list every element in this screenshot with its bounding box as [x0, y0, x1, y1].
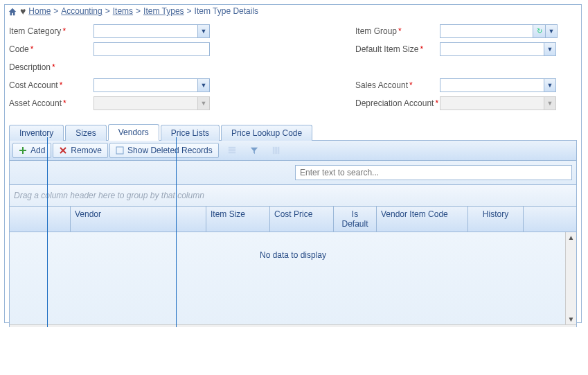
dropdown-icon[interactable]: ▼	[544, 42, 556, 56]
form-area: Item Category* ▼ Item Group* ↻ ▼ Code*	[5, 18, 581, 118]
svg-rect-3	[229, 147, 235, 149]
refresh-icon[interactable]: ↻	[533, 24, 545, 38]
heart-icon[interactable]: ♥	[20, 6, 26, 16]
svg-rect-4	[229, 149, 235, 151]
svg-rect-2	[116, 147, 123, 154]
remove-button[interactable]: Remove	[53, 143, 108, 158]
show-deleted-label: Show Deleted Records	[127, 146, 213, 155]
search-input[interactable]	[295, 165, 572, 180]
column-header-item-size[interactable]: Item Size	[206, 207, 270, 232]
label-cost-account: Cost Account*	[9, 80, 93, 90]
scroll-down-icon[interactable]: ▼	[568, 314, 575, 324]
add-button-label: Add	[30, 146, 45, 155]
column-header-is-default[interactable]: Is Default	[334, 207, 377, 232]
asset-account-select	[93, 96, 197, 110]
label-description: Description*	[9, 62, 93, 72]
grid-toolbar: Add Remove Show Deleted Records	[10, 141, 576, 161]
sales-account-select[interactable]	[440, 78, 544, 92]
add-button[interactable]: Add	[12, 143, 51, 158]
depreciation-account-select	[440, 96, 544, 110]
breadcrumb-accounting[interactable]: Accounting	[61, 6, 102, 16]
breadcrumb-items[interactable]: Items	[113, 6, 133, 16]
code-input[interactable]	[93, 42, 210, 56]
tab-price-lists[interactable]: Price Lists	[161, 125, 220, 141]
callout-line-1	[47, 137, 48, 327]
group-panel[interactable]: Drag a column header here to group by th…	[10, 185, 576, 207]
show-deleted-button[interactable]: Show Deleted Records	[109, 143, 219, 158]
checkbox-icon	[116, 146, 124, 155]
column-header-row: Vendor Item Size Cost Price Is Default V…	[10, 207, 576, 232]
breadcrumb-item-types[interactable]: Item Types	[143, 6, 184, 16]
column-header-blank[interactable]	[10, 207, 71, 232]
vertical-scrollbar[interactable]: ▲ ▼	[565, 232, 576, 324]
remove-button-label: Remove	[71, 146, 102, 155]
columns-icon[interactable]	[267, 143, 285, 158]
no-data-label: No data to display	[260, 250, 326, 260]
layout-icon[interactable]	[223, 143, 241, 158]
svg-rect-6	[273, 147, 275, 154]
column-header-cost-price[interactable]: Cost Price	[270, 207, 334, 232]
dropdown-icon[interactable]: ▼	[545, 24, 558, 38]
column-header-vendor[interactable]: Vendor	[71, 207, 206, 232]
chevron-right-icon: >	[187, 6, 192, 16]
dropdown-icon[interactable]: ▼	[544, 78, 556, 92]
svg-rect-7	[275, 147, 277, 154]
column-header-spacer	[524, 207, 576, 232]
grid-panel: Add Remove Show Deleted Records	[9, 141, 577, 327]
dropdown-icon[interactable]: ▼	[197, 24, 210, 38]
label-sales-account: Sales Account*	[355, 80, 440, 90]
search-row	[10, 161, 576, 185]
dropdown-icon[interactable]: ▼	[197, 78, 210, 92]
breadcrumb-current: Item Type Details	[195, 6, 258, 16]
chevron-right-icon: >	[136, 6, 141, 16]
home-icon[interactable]	[8, 6, 17, 17]
label-default-item-size: Default Item Size*	[355, 44, 440, 54]
column-header-vendor-item-code[interactable]: Vendor Item Code	[377, 207, 468, 232]
plus-icon	[19, 146, 27, 155]
tab-bar: Inventory Sizes Vendors Price Lists Pric…	[9, 123, 577, 141]
horizontal-scrollbar[interactable]: ◀ ▶	[10, 324, 576, 327]
item-category-select[interactable]	[93, 24, 197, 38]
chevron-right-icon: >	[105, 6, 110, 16]
tab-sizes[interactable]: Sizes	[65, 125, 106, 141]
tab-vendors[interactable]: Vendors	[108, 124, 159, 141]
svg-rect-8	[277, 147, 279, 154]
scroll-right-icon[interactable]: ▶	[569, 326, 575, 327]
label-code: Code*	[9, 44, 93, 54]
column-header-history[interactable]: History	[468, 207, 524, 232]
breadcrumb-home[interactable]: Home	[28, 6, 51, 16]
svg-rect-5	[229, 152, 235, 154]
scroll-up-icon[interactable]: ▲	[568, 232, 575, 243]
callout-line-2	[176, 137, 177, 327]
default-item-size-select[interactable]	[440, 42, 544, 56]
label-item-group: Item Group*	[355, 26, 440, 36]
grid-body: No data to display ▲ ▼	[10, 232, 576, 324]
main-panel: ♥ Home > Accounting > Items > Item Types…	[4, 4, 582, 323]
scroll-left-icon[interactable]: ◀	[11, 326, 17, 327]
chevron-right-icon: >	[53, 6, 58, 16]
label-depreciation-account: Depreciation Account*	[355, 98, 440, 108]
breadcrumb: ♥ Home > Accounting > Items > Item Types…	[5, 5, 581, 18]
filter-icon[interactable]	[245, 143, 263, 158]
svg-rect-1	[19, 150, 26, 151]
delete-icon	[59, 146, 67, 155]
tab-inventory[interactable]: Inventory	[9, 125, 64, 141]
dropdown-icon: ▼	[197, 96, 210, 110]
cost-account-select[interactable]	[93, 78, 197, 92]
dropdown-icon: ▼	[544, 96, 556, 110]
label-item-category: Item Category*	[9, 26, 93, 36]
item-group-input[interactable]	[440, 24, 533, 38]
tab-price-lookup-code[interactable]: Price Lookup Code	[221, 125, 312, 141]
label-asset-account: Asset Account*	[9, 98, 93, 108]
